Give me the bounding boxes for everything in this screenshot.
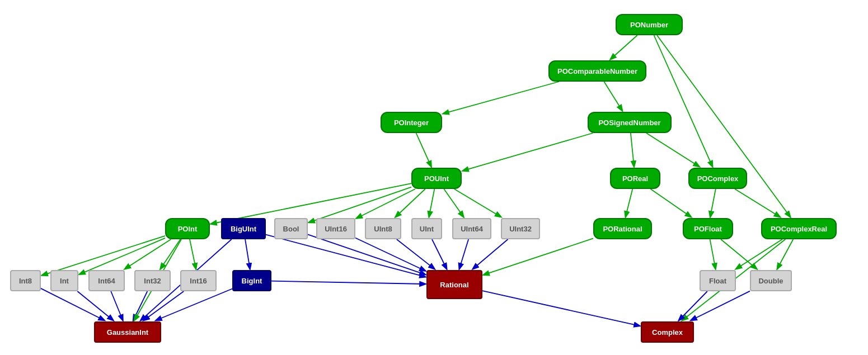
svg-line-22 (125, 239, 171, 269)
svg-line-21 (79, 238, 165, 274)
node-int16: Int16 (180, 270, 217, 291)
node-gaussianint: GaussianInt (94, 321, 161, 343)
svg-line-2 (657, 35, 790, 217)
svg-line-4 (604, 82, 622, 111)
svg-line-45 (473, 239, 508, 269)
svg-line-36 (41, 288, 104, 320)
node-uint16: UInt16 (316, 218, 355, 239)
svg-line-29 (156, 289, 232, 320)
svg-line-26 (245, 239, 250, 269)
node-poreal: POReal (610, 168, 660, 189)
node-biguint: BigUInt (221, 218, 266, 239)
svg-line-17 (650, 189, 691, 217)
node-pocomplexreal: POComplexReal (761, 218, 837, 239)
svg-line-3 (443, 82, 559, 113)
svg-line-49 (691, 291, 750, 320)
svg-line-20 (42, 236, 165, 276)
svg-line-24 (190, 239, 196, 269)
svg-line-8 (646, 133, 700, 167)
node-pouint: POUInt (411, 168, 462, 189)
svg-line-28 (271, 281, 425, 284)
svg-line-1 (654, 35, 712, 167)
svg-line-32 (721, 239, 757, 269)
node-bool: Bool (274, 218, 308, 239)
svg-line-5 (416, 133, 431, 167)
node-int32: Int32 (134, 270, 171, 291)
svg-line-48 (679, 291, 707, 320)
svg-line-25 (266, 235, 425, 277)
svg-line-41 (432, 239, 447, 269)
node-complex: Complex (641, 321, 694, 343)
svg-line-31 (710, 239, 716, 269)
svg-line-13 (429, 189, 435, 217)
svg-line-16 (626, 189, 633, 217)
node-uint8: UInt8 (365, 218, 401, 239)
svg-line-18 (710, 189, 716, 217)
node-double: Double (750, 270, 792, 291)
svg-line-43 (397, 239, 435, 269)
svg-line-33 (736, 239, 782, 269)
svg-line-15 (454, 189, 501, 217)
node-porational: PORational (593, 218, 652, 239)
svg-line-47 (482, 291, 640, 326)
node-uint32: UInt32 (501, 218, 540, 239)
node-float: Float (700, 270, 736, 291)
node-int: Int (50, 270, 78, 291)
svg-line-40 (144, 291, 184, 320)
svg-line-46 (308, 234, 425, 274)
svg-line-6 (463, 133, 593, 171)
node-uint64: UInt64 (452, 218, 491, 239)
node-point: POInt (165, 218, 210, 239)
svg-line-0 (611, 35, 637, 59)
node-pofloat: POFloat (683, 218, 733, 239)
node-int8: Int8 (10, 270, 41, 291)
svg-line-11 (356, 189, 415, 219)
svg-line-12 (396, 189, 425, 217)
svg-line-30 (484, 238, 593, 274)
node-pocomparablenumber: POComparableNumber (548, 60, 646, 82)
svg-line-38 (111, 291, 123, 320)
svg-line-44 (459, 239, 468, 269)
node-rational: Rational (426, 270, 482, 299)
node-int64: Int64 (88, 270, 125, 291)
node-pocomplex: POComplex (688, 168, 747, 189)
node-uint: UInt (411, 218, 442, 239)
svg-line-7 (631, 133, 634, 167)
node-posignednumber: POSignedNumber (588, 112, 672, 133)
node-ponumber: PONumber (616, 14, 683, 35)
node-bigint: BigInt (232, 270, 271, 291)
node-pointeger: POInteger (381, 112, 442, 133)
